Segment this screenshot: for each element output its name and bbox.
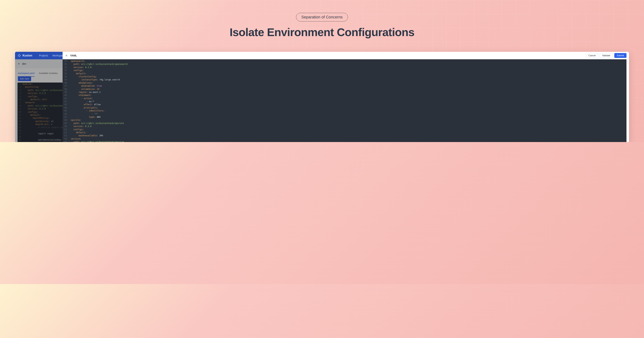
code-line: 18 [18, 135, 62, 138]
code-line: 55 path: oci://ghcr.io/kusionstack/servi… [62, 140, 626, 142]
submit-button[interactable]: Submit [614, 53, 626, 58]
code-line: 38 volumeSize: 10 [62, 88, 626, 91]
breadcrumb: dev [15, 59, 62, 68]
tab-workspace-yaml[interactable]: workspace.yaml [18, 72, 34, 77]
code-line: 15 # service simple exampl [18, 126, 62, 129]
code-line: 11 default: [18, 114, 62, 117]
code-line: 13 apiVersion: v1 [18, 120, 62, 123]
hero-pill: Separation of Concerns [296, 13, 348, 21]
code-line: 52 default: [62, 131, 626, 134]
code-line: 16 [18, 129, 62, 132]
code-line: 1modules: [18, 82, 62, 86]
hero-title: Isolate Environment Configurations [0, 26, 644, 38]
code-line: 44 principals: [62, 106, 626, 109]
brand-name: Kusion [22, 54, 32, 57]
code-line: 53 maxUnavailable: 30% [62, 134, 626, 137]
modal-title: YAML [70, 54, 584, 57]
code-line: 39 region: us-east-1 [62, 91, 626, 94]
code-line: 6 default: null [18, 98, 62, 101]
tab-available-modules[interactable]: Available modules [39, 72, 58, 77]
code-line: 45 - identifiers: [62, 109, 626, 112]
code-line: 31 version: 0.1.0 [62, 66, 626, 69]
code-line: 42 - es:* [62, 100, 626, 103]
code-line: 3 path: oci://ghcr.io/kusionstack [18, 89, 62, 92]
code-line: 19 watchAnnotationKey = "r [18, 138, 62, 141]
code-line: 43 effect: Allow [62, 103, 626, 106]
edit-yaml-button[interactable]: Edit Yaml [18, 76, 31, 81]
yaml-code-editor[interactable]: 29 opensearch:30 path: oci://ghcr.io/kus… [62, 59, 626, 142]
code-line: 4 version: 0.2.0 [18, 92, 62, 95]
code-line: 54 service: [62, 137, 626, 140]
code-line: 9 version: 0.2.0 [18, 107, 62, 110]
code-line: 36 ebsOptions: [62, 81, 626, 84]
code-line: 8 path: oci://ghcr.io/kusionstack [18, 104, 62, 107]
code-line: 50 version: 0.2.0 [62, 125, 626, 128]
code-line: 7 network: [18, 101, 62, 104]
code-line: 17 import regex [18, 132, 62, 135]
close-icon[interactable] [65, 54, 68, 57]
nav-projects[interactable]: Projects [38, 54, 50, 57]
code-line: 37 ebsEnabled: true [62, 84, 626, 87]
code-line: 34 clusterConfig: [62, 75, 626, 78]
code-line: 46 - '*' [62, 113, 626, 116]
code-line: 33 default: [62, 72, 626, 75]
code-line: 49 path: oci://ghcr.io/kusionstack/opsru… [62, 122, 626, 125]
workspace-tabs: workspace.yaml Available modules [15, 68, 62, 77]
code-line: 2 monitoring: [18, 86, 62, 89]
breadcrumb-current: dev [22, 62, 26, 65]
code-line: 40 statement: [62, 94, 626, 97]
kusion-logo-icon [18, 54, 21, 57]
code-line: 32 configs: [62, 69, 626, 72]
code-line: 29 opensearch: [62, 60, 626, 63]
code-line: 30 path: oci://ghcr.io/kusionstack/opens… [62, 63, 626, 66]
code-line: 10 configs: [18, 111, 62, 114]
sidebar-code-editor: 1modules:2 monitoring:3 path: oci://ghcr… [18, 82, 62, 142]
code-line: 14 health.kcl: > [18, 123, 62, 126]
cancel-button[interactable]: Cancel [586, 53, 598, 58]
hero-section: Separation of Concerns Isolate Environme… [0, 0, 644, 38]
code-line: 35 instanceType: r6g.large.search [62, 78, 626, 81]
code-line: 47 type: AWS [62, 116, 626, 119]
yaml-modal-header: YAML Cancel Validate Submit [62, 52, 629, 59]
code-line: 51 configs: [62, 128, 626, 131]
code-line: 5 configs: [18, 95, 62, 98]
back-arrow-icon[interactable] [18, 62, 20, 65]
app-window: Kusion Projects Workspaces dev workspace… [15, 52, 629, 142]
code-line: 48 opsrule: [62, 119, 626, 122]
code-line: 41 - action: [62, 97, 626, 100]
code-line: 12 healthPolicy: [18, 117, 62, 120]
code-line: 20 [18, 141, 62, 142]
validate-button[interactable]: Validate [600, 53, 613, 58]
